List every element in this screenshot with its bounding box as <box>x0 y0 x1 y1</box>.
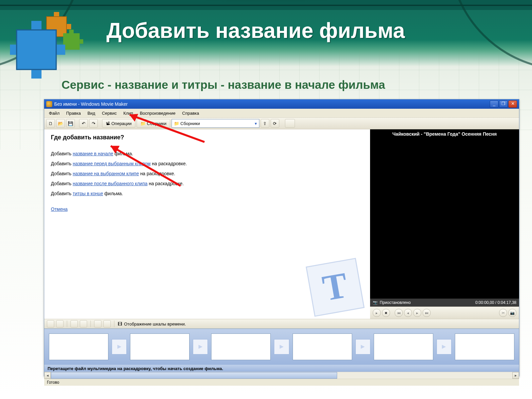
svg-rect-1 <box>54 12 59 17</box>
transition-slot[interactable] <box>355 339 370 354</box>
zoom-in-icon[interactable] <box>70 320 78 328</box>
link-on-clip[interactable]: название на выбранном клипе <box>73 171 139 176</box>
svg-rect-3 <box>47 17 66 37</box>
svg-rect-6 <box>80 39 83 44</box>
link-after-clip[interactable]: название после выбранного клипа <box>73 181 148 186</box>
link-title-begin[interactable]: название в начале <box>73 151 113 156</box>
scroll-left-icon[interactable]: ◂ <box>44 372 51 379</box>
horizontal-scrollbar[interactable]: ◂ ▸ <box>44 372 519 379</box>
menu-service[interactable]: Сервис <box>98 111 120 116</box>
narrate-icon[interactable] <box>56 320 64 328</box>
redo-icon[interactable]: ↷ <box>89 119 98 128</box>
rewind-icon[interactable] <box>94 320 101 328</box>
task-option-after-clip: Добавить название после выбранного клипа… <box>51 181 363 186</box>
preview-time: 0:00:00,00 / 0:04:17,38 <box>475 300 516 305</box>
zoom-out-icon[interactable] <box>80 320 87 328</box>
svg-rect-5 <box>69 30 74 34</box>
storyboard-slot[interactable] <box>374 333 433 360</box>
title-watermark-icon: T <box>303 255 368 319</box>
svg-rect-13 <box>306 258 364 316</box>
svg-rect-0 <box>47 17 66 37</box>
svg-marker-15 <box>117 345 121 349</box>
toolbar: 🗋 📂 💾 ↶ ↷ 📽 Операции 📁 Сборники 📁 Сборни… <box>44 118 519 129</box>
menu-clip[interactable]: Клип <box>120 111 136 116</box>
link-credits-end[interactable]: титры в конце <box>73 191 103 196</box>
menubar: Файл Правка Вид Сервис Клип Воспроизведе… <box>44 109 519 118</box>
storyboard-slot[interactable] <box>49 333 108 360</box>
svg-marker-16 <box>199 345 202 349</box>
task-option-on-clip: Добавить название на выбранном клипе на … <box>51 171 363 176</box>
maximize-button[interactable]: ❐ <box>499 100 508 108</box>
svg-rect-10 <box>10 45 17 55</box>
svg-marker-18 <box>361 345 365 349</box>
preview-status-bar: 📷 Приостановлено 0:00:00,00 / 0:04:17,38 <box>370 299 519 307</box>
storyboard-slot[interactable] <box>130 333 190 360</box>
play-timeline-icon[interactable] <box>103 320 111 328</box>
svg-marker-19 <box>442 345 446 349</box>
collections-combo[interactable]: 📁 Сборники ▾ <box>172 119 259 128</box>
close-button[interactable]: ✕ <box>508 100 517 108</box>
operations-button[interactable]: 📽 Операции <box>102 119 135 128</box>
slide-title: Добавить название фильма <box>106 18 405 43</box>
svg-rect-4 <box>63 33 80 50</box>
svg-rect-2 <box>66 24 71 29</box>
preview-video-area[interactable] <box>370 139 519 299</box>
timeline-toolbar: 🎞 Отображение шкалы времени. <box>44 319 519 329</box>
titlebar[interactable]: Без имени - Windows Movie Maker _ ❐ ✕ <box>44 99 519 109</box>
menu-play[interactable]: Воспроизведение <box>136 111 179 116</box>
view-mode-button[interactable] <box>285 119 295 128</box>
svg-rect-12 <box>17 30 56 69</box>
svg-rect-9 <box>56 45 65 55</box>
open-icon[interactable]: 📂 <box>56 119 65 128</box>
svg-rect-11 <box>31 69 42 78</box>
menu-help[interactable]: Справка <box>179 111 202 116</box>
transition-slot[interactable] <box>112 339 127 354</box>
menu-edit[interactable]: Правка <box>63 111 84 116</box>
save-icon[interactable]: 💾 <box>66 119 75 128</box>
timeline-toolbar-label[interactable]: Отображение шкалы времени. <box>124 322 186 327</box>
cancel-link[interactable]: Отмена <box>51 206 67 212</box>
svg-rect-7 <box>17 30 56 69</box>
collections-button[interactable]: 📁 Сборники <box>137 119 170 128</box>
up-level-icon[interactable]: ⇧ <box>261 119 269 128</box>
storyboard-slot[interactable] <box>211 333 271 360</box>
new-icon[interactable]: 🗋 <box>46 119 55 128</box>
svg-rect-8 <box>31 21 42 31</box>
minimize-button[interactable]: _ <box>490 100 498 108</box>
preview-controls: ▸ ◾ ⏮ ◂ ▸ ⏭ ✂ 📷 <box>370 307 519 319</box>
task-option-credits-end: Добавить титры в конце фильма. <box>51 191 363 196</box>
transition-slot[interactable] <box>437 339 452 354</box>
preview-pane: Чайковский - "Времена Года" Осенняя Песн… <box>370 129 519 319</box>
link-before-clip[interactable]: название перед выбранным клипом <box>73 161 151 166</box>
app-window: Без имени - Windows Movie Maker _ ❐ ✕ Фа… <box>44 99 519 376</box>
task-heading: Где добавить название? <box>51 134 363 141</box>
slide-subtitle: Сервис - название и титры - название в н… <box>62 78 385 91</box>
storyboard-hint: Перетащите файл мультимедиа на раскадров… <box>44 365 519 372</box>
preview-title: Чайковский - "Времена Года" Осенняя Песн… <box>370 129 519 139</box>
statusbar: Готово <box>44 379 519 386</box>
preview-status-text: Приостановлено <box>380 300 411 305</box>
svg-text:T: T <box>320 265 350 309</box>
storyboard-slot[interactable] <box>455 333 514 360</box>
transition-slot[interactable] <box>274 339 289 354</box>
window-title: Без имени - Windows Movie Maker <box>54 101 128 107</box>
task-option-title-begin: Добавить название в начале фильма. <box>51 151 363 156</box>
menu-view[interactable]: Вид <box>84 111 99 116</box>
storyboard-slot[interactable] <box>293 333 352 360</box>
task-option-before-clip: Добавить название перед выбранным клипом… <box>51 161 363 166</box>
undo-icon[interactable]: ↶ <box>79 119 88 128</box>
svg-marker-17 <box>280 345 284 349</box>
app-icon <box>46 101 52 107</box>
scroll-right-icon[interactable]: ▸ <box>512 372 519 379</box>
menu-file[interactable]: Файл <box>46 111 63 116</box>
storyboard-view-icon[interactable] <box>47 320 54 328</box>
scroll-thumb[interactable] <box>51 372 337 379</box>
task-pane: Где добавить название? Добавить название… <box>44 129 370 319</box>
chevron-down-icon: ▾ <box>255 121 257 126</box>
refresh-icon[interactable]: ⟳ <box>271 119 279 128</box>
storyboard[interactable] <box>44 329 519 365</box>
transition-slot[interactable] <box>193 339 208 354</box>
